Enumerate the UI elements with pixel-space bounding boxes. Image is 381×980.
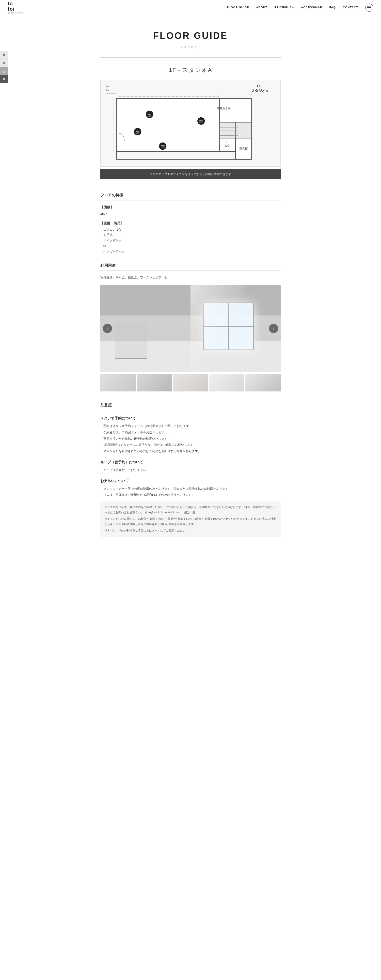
equipment-item: ハンガーラック xyxy=(100,249,281,255)
payment-item-2: 法人様、団体様はご希望される場合PDFでのみの発行となります。 xyxy=(100,492,281,498)
equipment-item: エアコン 1台 xyxy=(100,227,281,233)
gallery-main: ‹ › xyxy=(100,285,281,372)
area-label: 【面積】 xyxy=(100,205,281,210)
equipment-list: エアコン 1台 お手洗い メイクデスク 鏡 ハンガーラック xyxy=(100,227,281,255)
svg-rect-13 xyxy=(220,99,251,123)
main-nav: FLOOR GUIDE ABOUT PRICE/PLAN ACCESS/MAP … xyxy=(227,3,373,12)
keep-subtitle: キープ（仮予約）について xyxy=(100,459,281,465)
svg-text:📷: 📷 xyxy=(136,130,140,134)
area-value: 40㎡ xyxy=(100,212,281,217)
notes-callout: ※ご予約前に必ず、利用規約をご確認ください。ご予約いただいた場合は、利用規約に同… xyxy=(100,501,281,537)
reservation-item-1: 予約はスタジオ予約フォーム（24時間対応）で承っております。 xyxy=(100,423,281,429)
svg-rect-2 xyxy=(367,9,371,9)
site-header: to toi photo studio FLOOR GUIDE ABOUT PR… xyxy=(0,0,381,15)
gallery-thumb-1[interactable] xyxy=(100,374,136,391)
payment-item-1: クレジットカード等での事前決済のみとなります。現金または現地支払いは対応となりま… xyxy=(100,486,281,492)
svg-rect-12 xyxy=(116,99,219,151)
reservation-item-2: 予約受付後、予約完了メールをお送りします。 xyxy=(100,430,281,435)
floor-tab-icon[interactable] xyxy=(0,67,8,75)
nav-access-map[interactable]: ACCESS/MAP xyxy=(301,5,322,10)
usage-text: 写真撮影、展示会、観覧会、ワークショップ、他 xyxy=(100,275,281,280)
nav-menu-icon[interactable] xyxy=(365,3,373,12)
gallery-thumb-2[interactable] xyxy=(137,374,172,391)
map-hint: フロアマップ上のアイコンをタップすると詳細が確認できます xyxy=(100,169,281,179)
notes-section: 注意点 スタジオ予約について 予約はスタジオ予約フォーム（24時間対応）で承って… xyxy=(100,402,281,537)
notes-title: 注意点 xyxy=(100,402,281,410)
floor-map-container: to toi photo studio 1F スタジオA xyxy=(100,80,281,167)
usage-title: 利用用途 xyxy=(100,262,281,271)
nav-faq[interactable]: FAQ xyxy=(329,5,336,10)
page-title-en: FLOOR GUIDE xyxy=(100,28,281,43)
features-section: フロアの特徴 【面積】 40㎡ 【設備・備品】 エアコン 1台 お手洗い メイク… xyxy=(100,192,281,255)
usage-section: 利用用途 写真撮影、展示会、観覧会、ワークショップ、他 xyxy=(100,262,281,280)
equipment-item: 鏡 xyxy=(100,243,281,249)
equipment-label: 【設備・備品】 xyxy=(100,221,281,226)
gallery-thumb-5[interactable] xyxy=(245,374,281,391)
keep-item-1: キープは現在行っておりません。 xyxy=(100,468,281,473)
svg-point-4 xyxy=(3,71,5,72)
gallery-thumb-4[interactable] xyxy=(209,374,244,391)
logo-subtitle: photo studio xyxy=(8,12,23,14)
reservation-item-4: 1営業日経ってもメールの返信がない場合はご連絡をお問いします。 xyxy=(100,442,281,448)
svg-text:スタジオA: スタジオA xyxy=(251,89,268,93)
payment-subtitle: お支払いについて xyxy=(100,478,281,484)
floor-tab-group: 3F 2F 1F xyxy=(0,51,8,83)
svg-text:up: up xyxy=(225,140,227,143)
svg-rect-1 xyxy=(367,7,371,8)
floor-section: 1F－スタジオA to toi photo studio 1F スタジオA xyxy=(100,58,281,184)
svg-text:更衣室: 更衣室 xyxy=(239,147,248,150)
keep-text: キープは現在行っておりません。 xyxy=(100,468,281,473)
svg-text:機材置き場: 機材置き場 xyxy=(217,107,231,110)
page-title-ja: フロアガイド xyxy=(100,45,281,49)
page-title-section: FLOOR GUIDE フロアガイド xyxy=(100,15,281,57)
studio-visual xyxy=(100,285,281,372)
nav-about[interactable]: ABOUT xyxy=(256,5,267,10)
floor-map-svg: to toi photo studio 1F スタジオA xyxy=(101,80,280,165)
reservation-subtitle: スタジオ予約について xyxy=(100,415,281,422)
reservation-item-5: キャンセルを希望されている方はご利用をお断りする場合があります。 xyxy=(100,449,281,454)
svg-text:toi: toi xyxy=(106,89,110,92)
svg-rect-0 xyxy=(367,6,371,6)
gallery-section: ‹ › xyxy=(100,285,281,391)
studio-rack xyxy=(115,324,147,359)
svg-text:📷: 📷 xyxy=(199,119,203,124)
equipment-item: お手洗い xyxy=(100,232,281,238)
floor-heading: 1F－スタジオA xyxy=(100,65,281,75)
svg-text:to: to xyxy=(106,85,109,88)
gallery-next-button[interactable]: › xyxy=(269,324,278,333)
floor-tab-1f[interactable]: 1F xyxy=(0,75,8,83)
svg-text:📷: 📷 xyxy=(148,113,152,117)
studio-window xyxy=(203,302,254,350)
gallery-thumb-3[interactable] xyxy=(173,374,208,391)
floor-tab-3f[interactable]: 3F xyxy=(0,51,8,59)
gallery-prev-button[interactable]: ‹ xyxy=(103,324,112,333)
reservation-text: 予約はスタジオ予約フォーム（24時間対応）で承っております。 予約受付後、予約完… xyxy=(100,423,281,454)
payment-text: クレジットカード等での事前決済のみとなります。現金または現地支払いは対応となりま… xyxy=(100,486,281,498)
svg-text:1F: 1F xyxy=(257,84,260,88)
svg-text:WC: WC xyxy=(225,144,229,147)
callout-line-1: ※ご予約前に必ず、利用規約をご確認ください。ご予約いただいた場合は、利用規約に同… xyxy=(105,504,276,515)
gallery-thumbs xyxy=(100,374,281,391)
site-logo[interactable]: to toi photo studio xyxy=(8,1,23,14)
callout-line-3: ※タバン、枠外の利用をご希望の方はメールにてご相談ください。 xyxy=(105,528,276,533)
nav-floor-guide[interactable]: FLOOR GUIDE xyxy=(227,5,249,10)
callout-line-2: ※キャンセル料に関して、10日前〜前日：40%、7日前〜4日前：50%、3日前〜… xyxy=(105,516,276,527)
floor-tab-2f[interactable]: 2F xyxy=(0,59,8,67)
svg-text:|: | xyxy=(111,126,113,126)
reservation-item-3: 事前決済のため先払い後予約が確定いたします。 xyxy=(100,436,281,442)
svg-text:photo studio: photo studio xyxy=(106,92,116,95)
studio-ceiling xyxy=(100,285,281,315)
nav-price-plan[interactable]: PRICE/PLAN xyxy=(274,5,294,10)
features-title: フロアの特徴 xyxy=(100,192,281,200)
gallery-main-image xyxy=(100,285,281,372)
nav-contact[interactable]: CONTACT xyxy=(343,5,358,10)
svg-text:----: ---- xyxy=(167,94,170,96)
svg-text:📷: 📷 xyxy=(161,144,165,148)
equipment-item: メイクデスク xyxy=(100,238,281,243)
